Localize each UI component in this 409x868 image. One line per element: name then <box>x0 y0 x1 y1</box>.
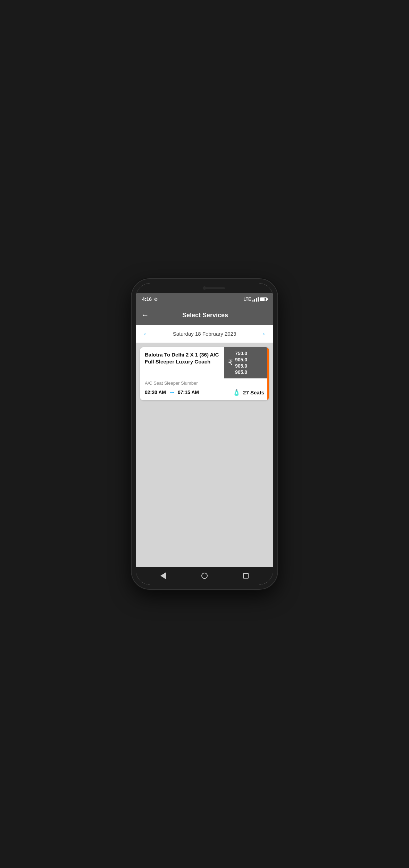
date-navigation: ← Saturday 18 February 2023 → <box>136 325 273 343</box>
app-header: ← Select Services <box>136 305 273 325</box>
card-top: Balotra To Delhi 2 X 1 (36) A/C Full Sle… <box>140 347 269 378</box>
signal-bars <box>252 297 259 302</box>
phone-top-notch <box>136 283 273 293</box>
status-right: LTE <box>243 297 267 302</box>
time-row: 02:20 AM → 07:15 AM <box>145 389 199 396</box>
price-box: ₹ 750.0 905.0 905.0 905.0 <box>224 347 269 378</box>
gear-icon: ⚙ <box>154 297 158 302</box>
speaker-slot <box>204 287 225 289</box>
price-item-2: 905.0 <box>235 357 247 362</box>
next-date-button[interactable]: → <box>259 329 266 338</box>
phone-frame: 4:16 ⚙ LTE ← Select Services ← Saturday … <box>132 279 277 589</box>
status-time: 4:16 <box>142 296 152 302</box>
bottom-navigation <box>136 567 273 585</box>
back-button[interactable]: ← <box>141 311 149 320</box>
home-nav-icon <box>201 573 208 579</box>
rupee-symbol: ₹ <box>228 358 233 367</box>
date-display: Saturday 18 February 2023 <box>173 331 236 337</box>
seats-available: 27 Seats <box>243 390 264 395</box>
back-nav-icon <box>160 572 166 579</box>
arrive-time: 07:15 AM <box>178 390 199 395</box>
status-left: 4:16 ⚙ <box>142 296 158 302</box>
seat-types: A/C Seat Sleeper Slumber <box>145 380 264 386</box>
battery-icon <box>260 297 267 301</box>
bus-title: Balotra To Delhi 2 X 1 (36) A/C Full Sle… <box>145 351 219 365</box>
battery-fill <box>261 298 265 301</box>
price-list: 750.0 905.0 905.0 905.0 <box>235 351 247 375</box>
price-item-4: 905.0 <box>235 369 247 375</box>
price-item-3: 905.0 <box>235 363 247 369</box>
footer-right: 🧴 27 Seats <box>233 388 264 396</box>
recents-nav-icon <box>243 573 249 579</box>
content-area: Balotra To Delhi 2 X 1 (36) A/C Full Sle… <box>136 343 273 567</box>
card-info: Balotra To Delhi 2 X 1 (36) A/C Full Sle… <box>140 347 224 378</box>
card-bottom: A/C Seat Sleeper Slumber 02:20 AM → 07:1… <box>140 378 269 400</box>
recents-nav-button[interactable] <box>240 570 251 581</box>
orange-accent-bar <box>267 347 269 400</box>
depart-time: 02:20 AM <box>145 390 166 395</box>
back-nav-button[interactable] <box>158 570 169 581</box>
service-card[interactable]: Balotra To Delhi 2 X 1 (36) A/C Full Sle… <box>140 347 269 400</box>
status-bar: 4:16 ⚙ LTE <box>136 293 273 305</box>
amenity-bottle-icon: 🧴 <box>233 388 240 396</box>
time-arrow-icon: → <box>169 389 175 396</box>
home-nav-button[interactable] <box>199 570 210 581</box>
header-title: Select Services <box>153 312 257 319</box>
lte-label: LTE <box>243 297 251 302</box>
price-item-1: 750.0 <box>235 351 247 356</box>
phone-screen: 4:16 ⚙ LTE ← Select Services ← Saturday … <box>136 283 273 585</box>
card-footer: 02:20 AM → 07:15 AM 🧴 27 Seats <box>145 388 264 396</box>
prev-date-button[interactable]: ← <box>143 329 150 338</box>
